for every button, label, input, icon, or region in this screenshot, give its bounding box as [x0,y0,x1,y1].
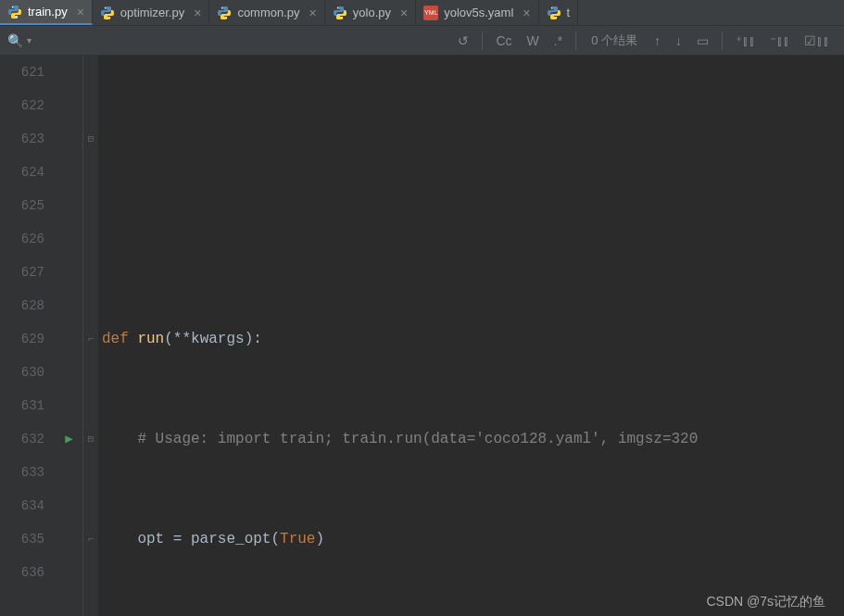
line-number: 629 [0,322,44,356]
words-button[interactable]: W [520,33,547,48]
fold-gutter: ⊟ ⌐ ⊟ ⌐ [83,56,98,616]
fold-end-icon[interactable]: ⌐ [83,522,98,556]
python-icon [7,5,22,19]
line-number: 621 [0,56,44,89]
close-icon[interactable]: × [77,5,84,19]
line-number: 626 [0,222,44,256]
regex-button[interactable]: .* [547,33,570,48]
svg-point-0 [12,6,13,6]
line-number-gutter: 621 622 623 624 625 626 627 628 629 630 … [0,56,56,616]
history-icon[interactable]: ↺ [450,33,476,48]
python-icon [333,6,347,20]
next-match-icon[interactable]: ↓ [668,33,689,48]
python-icon [547,6,561,20]
close-icon[interactable]: × [309,6,317,20]
line-number: 623 [0,122,44,156]
code-area[interactable]: def run(**kwargs): # Usage: import train… [98,56,844,616]
tab-yolo-py[interactable]: yolo.py × [325,0,416,25]
line-number: 634 [0,489,44,522]
python-icon [100,6,115,20]
svg-point-1 [17,16,18,17]
select-occurrences-icon[interactable]: ☑⫿⫿ [797,33,837,48]
tab-label: common.py [237,6,299,19]
line-number: 636 [0,556,44,589]
code-editor[interactable]: 621 622 623 624 625 626 627 628 629 630 … [0,56,844,616]
tab-label: train.py [28,5,68,19]
tab-optimizer-py[interactable]: optimizer.py × [93,0,210,25]
tab-train-py[interactable]: train.py × [0,0,93,25]
line-number: 627 [0,256,44,289]
python-icon [217,6,232,20]
line-number: 628 [0,289,44,322]
tab-label: optimizer.py [120,6,184,19]
line-number: 633 [0,456,44,489]
close-icon[interactable]: × [523,6,530,20]
line-number: 622 [0,89,44,122]
fold-marker-icon[interactable]: ⊟ [83,422,98,456]
search-toolbar: 🔍 ▾ ↺ Cc W .* 0 个结果 ↑ ↓ ▭ ⁺⫿⫿ ⁻⫿⫿ ☑⫿⫿ [0,26,844,56]
svg-point-3 [109,17,110,18]
remove-selection-icon[interactable]: ⁻⫿⫿ [762,33,797,48]
results-count: 0 个结果 [582,32,647,49]
close-icon[interactable]: × [400,6,408,20]
svg-point-9 [555,17,556,18]
search-icon[interactable]: 🔍 [7,33,23,48]
prev-match-icon[interactable]: ↑ [647,33,668,48]
tab-yolov5s-yaml[interactable]: YML yolov5s.yaml × [416,0,538,25]
line-number: 632 [0,422,44,456]
tab-label: t [567,6,571,19]
select-all-icon[interactable]: ▭ [689,33,716,48]
line-number: 631 [0,389,44,422]
add-selection-icon[interactable]: ⁺⫿⫿ [728,33,762,48]
fold-end-icon[interactable]: ⌐ [83,322,98,356]
fold-marker-icon[interactable]: ⊟ [83,122,98,156]
close-icon[interactable]: × [194,6,201,20]
svg-point-6 [337,6,338,7]
tab-bar: train.py × optimizer.py × common.py × yo… [0,0,844,26]
match-case-button[interactable]: Cc [488,33,519,48]
run-marker-icon[interactable]: ▶ [65,432,72,446]
svg-point-2 [105,6,106,7]
line-number: 624 [0,156,44,189]
line-number: 635 [0,522,44,556]
watermark: CSDN @7s记忆的鱼 [706,594,825,610]
tab-label: yolov5s.yaml [444,6,513,19]
tab-extra[interactable]: t [539,0,579,25]
svg-point-8 [550,6,551,7]
svg-point-7 [342,17,343,18]
svg-point-4 [221,6,222,7]
run-gutter: ▶ [56,56,83,616]
search-dropdown-icon[interactable]: ▾ [27,35,31,45]
line-number: 625 [0,189,44,222]
tab-label: yolo.py [353,6,391,19]
line-number: 630 [0,356,44,389]
yaml-icon: YML [423,6,438,20]
tab-common-py[interactable]: common.py × [209,0,324,25]
svg-point-5 [226,17,227,18]
